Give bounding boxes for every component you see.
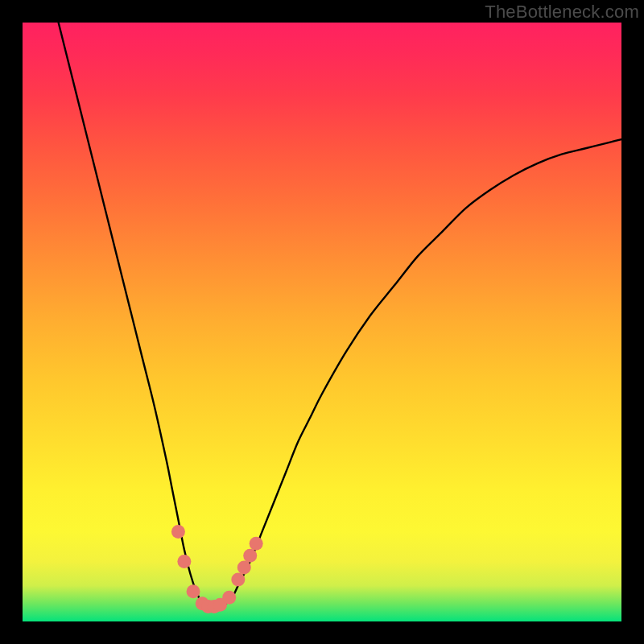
plot-area (23, 23, 621, 621)
marker-dot (171, 525, 185, 539)
marker-dot (243, 549, 257, 563)
curve-markers (171, 525, 263, 613)
chart-svg (23, 23, 621, 621)
chart-frame: TheBottleneck.com (0, 0, 644, 644)
marker-dot (237, 561, 251, 575)
bottleneck-curve (59, 23, 621, 610)
marker-dot (250, 537, 263, 551)
marker-dot (231, 572, 245, 586)
marker-dot (222, 591, 236, 605)
marker-dot (187, 584, 200, 598)
marker-dot (177, 555, 191, 568)
watermark-text: TheBottleneck.com (485, 2, 639, 23)
